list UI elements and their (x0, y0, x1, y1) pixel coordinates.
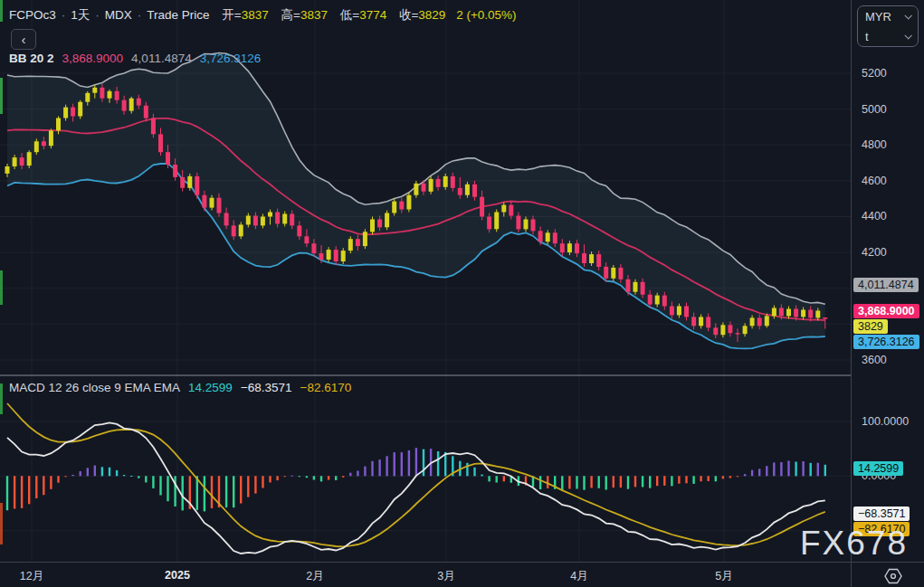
macd-line-value: −68.3571 (241, 381, 292, 394)
macd-hist-value: 14.2599 (188, 381, 233, 394)
macd-axis[interactable]: 100.00000.000014.2599−68.3571−82.6170 (852, 0, 924, 562)
left-edge-artifact (0, 383, 3, 414)
back-icon: ‹ (22, 32, 26, 47)
macd-signal-value: −82.6170 (300, 381, 352, 394)
exchange-label: MDX (105, 8, 132, 22)
macd-hist-badge: 14.2599 (853, 461, 903, 476)
chart-legend-ohlc: FCPOc3·1天·MDX·Trade Price 开=3837 高=3837 … (9, 7, 517, 24)
change-value: 2 (+0.05%) (456, 8, 516, 22)
left-edge-artifact (0, 0, 3, 22)
back-button[interactable]: ‹ (11, 29, 36, 50)
time-axis-label: 2025 (165, 569, 190, 582)
chart-canvas[interactable] (0, 0, 852, 562)
high-label: 高= (281, 8, 300, 22)
low-label: 低= (340, 8, 359, 22)
chart-app-window: FCPOc3·1天·MDX·Trade Price 开=3837 高=3837 … (0, 0, 924, 587)
axis-unit-dropdown: MYR t (857, 5, 919, 47)
fx678-watermark: FX678 (800, 525, 908, 563)
chevron-down-icon (904, 32, 911, 39)
bb-legend-title[interactable]: BB 20 2 (9, 52, 54, 65)
time-axis-label: 2月 (306, 569, 323, 584)
time-axis-label: 5月 (715, 569, 732, 584)
time-axis-label: 3月 (437, 569, 454, 584)
unit-dropdown[interactable]: t (858, 26, 918, 46)
high-value: 3837 (300, 8, 328, 22)
open-value: 3837 (242, 8, 269, 22)
macd-line-badge: −68.3571 (853, 507, 910, 521)
separator-dot: · (95, 8, 100, 22)
left-edge-artifact (0, 78, 3, 114)
open-label: 开= (222, 8, 241, 22)
bb-indicator-legend: BB 20 23,868.90004,011.48743,726.3126 (9, 52, 261, 65)
time-axis-label: 12月 (20, 569, 43, 584)
currency-dropdown[interactable]: MYR (858, 6, 918, 26)
left-edge-artifact (0, 270, 3, 305)
chevron-down-icon (904, 12, 911, 19)
macd-histogram-layer (6, 448, 826, 511)
macd-legend-title[interactable]: MACD 12 26 close 9 EMA EMA (9, 381, 180, 394)
series-type-label: Trade Price (147, 8, 209, 22)
close-value: 3829 (418, 8, 445, 22)
bollinger-band-layer (7, 53, 825, 349)
bb-upper-value: 4,011.4874 (131, 52, 192, 65)
time-axis-border (0, 562, 924, 563)
separator-dot: · (138, 8, 142, 22)
time-axis-label: 4月 (570, 569, 587, 584)
time-axis[interactable]: 12月20252月3月4月5月 (0, 563, 852, 587)
bb-basis-value: 3,868.9000 (62, 52, 124, 65)
macd-tick-label: 100.0000 (862, 415, 909, 428)
bb-lower-value: 3,726.3126 (200, 52, 262, 65)
symbol-name[interactable]: FCPOc3 (9, 8, 56, 22)
currency-label: MYR (865, 10, 891, 24)
unit-label: t (865, 30, 869, 43)
interval-label[interactable]: 1天 (71, 8, 90, 22)
low-value: 3774 (359, 8, 386, 22)
macd-indicator-legend: MACD 12 26 close 9 EMA EMA14.2599−68.357… (9, 381, 351, 394)
left-edge-artifact (0, 503, 3, 544)
close-label: 收= (399, 8, 418, 22)
separator-dot: · (62, 8, 66, 22)
settings-icon[interactable] (881, 566, 905, 586)
